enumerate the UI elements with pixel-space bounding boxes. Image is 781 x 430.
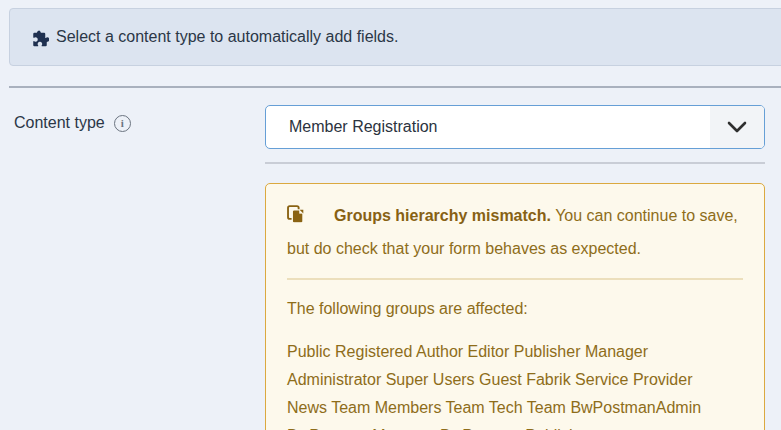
warning-lead: Groups hierarchy mismatch. You can conti… <box>287 201 743 264</box>
field-divider <box>265 162 765 164</box>
warning-body-line-2: but do check that your form behaves as e… <box>287 240 641 257</box>
puzzle-piece-icon <box>31 29 49 47</box>
warning-divider <box>287 278 743 280</box>
section-divider <box>9 86 781 88</box>
banner-message: Select a content type to automatically a… <box>56 28 398 46</box>
chevron-down-icon <box>727 121 747 133</box>
warning-body-line-1: You can continue to save, <box>555 207 738 224</box>
content-type-select[interactable]: Member Registration <box>265 105 765 149</box>
copy-icon <box>287 204 304 234</box>
groups-line: Administrator Super Users Guest Fabrik S… <box>287 366 743 394</box>
affected-groups-list: Public Registered Author Editor Publishe… <box>287 338 743 430</box>
groups-line: Public Registered Author Editor Publishe… <box>287 338 743 366</box>
groups-line: BwPostmanManager BwPostmanPublisher <box>287 422 743 430</box>
content-type-label: Content type <box>14 114 105 132</box>
content-type-label-row: Content type i <box>14 114 131 132</box>
content-type-info-banner: Select a content type to automatically a… <box>9 8 781 66</box>
select-dropdown-tail <box>710 106 764 148</box>
groups-mismatch-warning: Groups hierarchy mismatch. You can conti… <box>265 183 765 430</box>
info-circle-icon[interactable]: i <box>114 115 131 132</box>
form-settings-panel: Select a content type to automatically a… <box>0 0 781 430</box>
affected-heading: The following groups are affected: <box>287 294 743 324</box>
content-type-selected-value: Member Registration <box>266 118 710 136</box>
warning-title: Groups hierarchy mismatch. <box>334 207 551 224</box>
groups-line: News Team Members Team Tech Team BwPostm… <box>287 394 743 422</box>
